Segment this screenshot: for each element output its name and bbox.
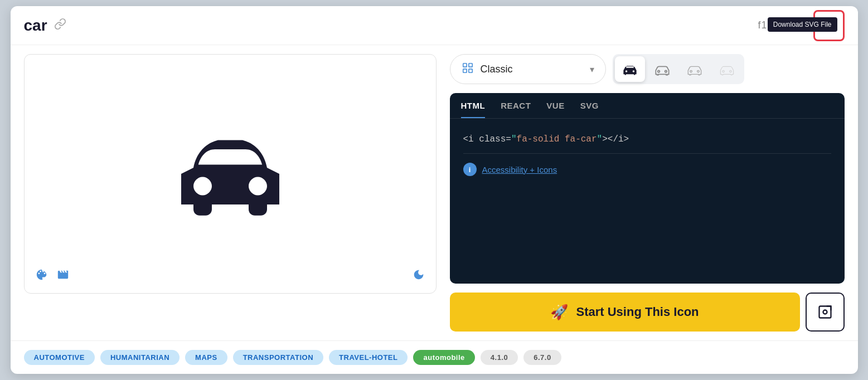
svg-point-5 bbox=[657, 70, 660, 72]
tag-humanitarian[interactable]: HUMANITARIAN bbox=[100, 350, 180, 365]
title-area: car bbox=[24, 17, 66, 35]
style-label: Classic bbox=[481, 64, 583, 75]
code-divider bbox=[463, 153, 831, 154]
code-tag-close: ></i> bbox=[602, 134, 629, 144]
accessibility-row: i Accessibility + Icons bbox=[463, 163, 831, 176]
svg-rect-3 bbox=[463, 69, 466, 72]
tag-travel-hotel[interactable]: TRAVEL-HOTEL bbox=[329, 350, 408, 365]
svg-rect-11 bbox=[819, 306, 831, 318]
tag-maps[interactable]: MAPS bbox=[185, 350, 227, 365]
main-container: car f1b9 Download SVG bbox=[11, 6, 858, 374]
top-bar: car f1b9 Download SVG bbox=[11, 6, 858, 45]
content-area: Classic ▾ bbox=[11, 45, 858, 340]
tag-automobile[interactable]: automobile bbox=[413, 350, 474, 365]
icon-title: car bbox=[24, 17, 47, 35]
variant-solid[interactable] bbox=[615, 56, 645, 82]
style-icon bbox=[462, 62, 474, 77]
action-row: 🚀 Start Using This Icon bbox=[450, 293, 845, 332]
tab-react[interactable]: REACT bbox=[501, 101, 531, 118]
code-snippet: <i class="fa-solid fa-car"></i> bbox=[463, 134, 831, 144]
style-variants bbox=[613, 54, 744, 84]
preview-panel bbox=[24, 54, 437, 294]
tag-transportation[interactable]: TRANSPORTATION bbox=[233, 350, 323, 365]
palette-icon[interactable] bbox=[36, 269, 48, 284]
dark-mode-icon[interactable] bbox=[413, 269, 425, 284]
svg-point-8 bbox=[697, 70, 699, 72]
svg-point-6 bbox=[665, 70, 667, 72]
right-panel: Classic ▾ bbox=[450, 54, 845, 332]
svg-rect-4 bbox=[468, 69, 472, 72]
tab-vue[interactable]: VUE bbox=[546, 101, 564, 118]
style-dropdown[interactable]: Classic ▾ bbox=[450, 54, 606, 84]
start-using-button[interactable]: 🚀 Start Using This Icon bbox=[450, 293, 800, 332]
rocket-icon: 🚀 bbox=[550, 304, 568, 321]
tag-version-670[interactable]: 6.7.0 bbox=[523, 350, 561, 365]
svg-point-7 bbox=[690, 70, 692, 72]
code-tabs: HTML REACT VUE SVG bbox=[450, 93, 845, 119]
variant-regular[interactable] bbox=[647, 56, 677, 82]
preview-tools-left bbox=[36, 269, 69, 284]
screenshot-button[interactable] bbox=[806, 293, 845, 332]
info-icon: i bbox=[463, 163, 477, 176]
code-attr-quote2: " bbox=[597, 134, 603, 144]
code-content: <i class="fa-solid fa-car"></i> i Access… bbox=[450, 119, 845, 192]
preview-bottom bbox=[25, 269, 436, 284]
chevron-down-icon: ▾ bbox=[590, 64, 594, 75]
tag-version-410[interactable]: 4.1.0 bbox=[481, 350, 518, 365]
code-tag-open: <i class= bbox=[463, 134, 511, 144]
preview-icon bbox=[169, 118, 292, 230]
tab-html[interactable]: HTML bbox=[461, 101, 486, 118]
variant-thin[interactable] bbox=[712, 56, 742, 82]
code-panel: HTML REACT VUE SVG <i class="fa-solid fa… bbox=[450, 93, 845, 284]
style-selector-row: Classic ▾ bbox=[450, 54, 845, 84]
film-icon[interactable] bbox=[57, 269, 69, 284]
tag-automotive[interactable]: AUTOMOTIVE bbox=[24, 350, 95, 365]
tab-svg[interactable]: SVG bbox=[580, 101, 599, 118]
svg-point-12 bbox=[823, 310, 827, 314]
tags-row: AUTOMOTIVE HUMANITARIAN MAPS TRANSPORTAT… bbox=[11, 340, 858, 374]
start-button-label: Start Using This Icon bbox=[576, 305, 699, 319]
svg-rect-2 bbox=[468, 63, 472, 66]
top-right: f1b9 Download SVG File bbox=[758, 10, 844, 41]
svg-point-9 bbox=[722, 70, 724, 72]
svg-point-10 bbox=[729, 70, 731, 72]
download-svg-button[interactable]: Download SVG File bbox=[813, 10, 845, 41]
code-attr-quote1: " bbox=[511, 134, 517, 144]
variant-light[interactable] bbox=[680, 56, 710, 82]
download-tooltip: Download SVG File bbox=[768, 17, 837, 32]
accessibility-link[interactable]: Accessibility + Icons bbox=[482, 165, 557, 174]
svg-rect-1 bbox=[463, 63, 466, 66]
code-class-value: fa-solid fa-car bbox=[517, 134, 597, 144]
link-icon[interactable] bbox=[54, 18, 66, 33]
